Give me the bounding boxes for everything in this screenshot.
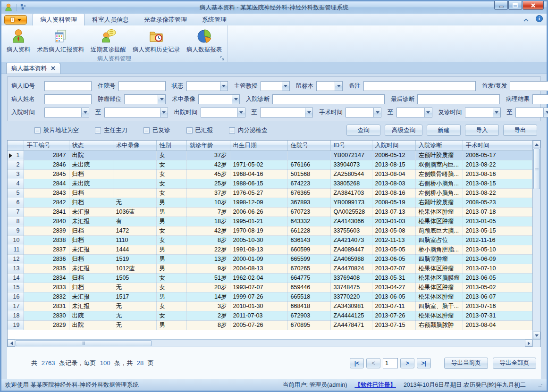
grid-cell[interactable]: ZA4065988 <box>330 254 372 264</box>
grid-cell[interactable]: 松果体区肿瘤 <box>415 264 463 273</box>
grid-cell[interactable]: 2013-07-11 <box>372 301 415 311</box>
grid-cell[interactable]: 2845 <box>24 169 69 179</box>
row-indicator[interactable]: 12 <box>8 254 24 264</box>
grid-cell[interactable]: 661228 <box>287 226 330 235</box>
row-indicator[interactable]: 10 <box>8 235 24 245</box>
grid-cell[interactable]: 未汇报 <box>69 217 113 226</box>
grid-cell[interactable]: 13岁 <box>186 254 230 264</box>
grid-cell[interactable]: 女 <box>156 226 186 235</box>
tumor-site-select[interactable] <box>124 94 166 104</box>
grid-cell[interactable]: 45岁 <box>186 169 230 179</box>
grid-cell[interactable]: 1505 <box>113 273 156 283</box>
grid-cell[interactable]: 2013-06-09 <box>463 254 532 264</box>
grid-cell[interactable]: 松果体区肿瘤 <box>415 311 463 320</box>
chevron-down-icon[interactable] <box>373 108 381 117</box>
grid-cell[interactable]: 女 <box>156 301 186 311</box>
column-header[interactable]: 术中录像 <box>113 141 156 150</box>
grid-cell[interactable]: 2841 <box>24 207 69 217</box>
grid-cell[interactable]: 2006-06-26 <box>230 207 287 217</box>
grid-cell[interactable]: 37岁 <box>186 150 230 160</box>
horizontal-scroll-thumb[interactable] <box>16 340 152 346</box>
final-diagnosis-input[interactable] <box>417 94 500 104</box>
grid-cell[interactable]: 8岁 <box>186 320 230 330</box>
grid-cell[interactable]: 2008-05-23 <box>463 198 532 207</box>
close-button[interactable] <box>523 1 544 10</box>
grid-cell[interactable]: ZA4478471 <box>330 320 372 330</box>
grid-cell[interactable]: 51岁 <box>186 273 230 283</box>
column-header[interactable]: 入院时间 <box>372 141 415 150</box>
grid-cell[interactable]: 2岁 <box>186 311 230 320</box>
row-indicator[interactable]: 5 <box>8 188 24 198</box>
chief-surgeon-checkbox-box[interactable] <box>95 127 101 133</box>
chevron-down-icon[interactable] <box>220 82 228 91</box>
grid-cell[interactable]: 2013-07-07 <box>372 264 415 273</box>
grid-cell[interactable]: ZA4214073 <box>330 235 372 245</box>
scroll-right-icon[interactable] <box>525 340 532 347</box>
grid-cell[interactable]: YB0099173 <box>330 198 372 207</box>
grid-cell[interactable]: 659446 <box>287 283 330 292</box>
grid-cell[interactable]: 四脑室、脑干... <box>415 301 463 311</box>
grid-cell[interactable]: 2837 <box>24 245 69 254</box>
grid-cell[interactable]: 有 <box>113 217 156 226</box>
chevron-down-icon[interactable] <box>160 108 168 117</box>
grid-cell[interactable]: 未汇报 <box>69 301 113 311</box>
discharge-date-from-select[interactable] <box>201 108 245 117</box>
grid-cell[interactable]: 出院 <box>69 150 113 160</box>
grid-cell[interactable]: 2846 <box>24 160 69 169</box>
grid-cell[interactable]: 2013-07-31 <box>463 311 532 320</box>
grid-cell[interactable]: 1036蓝 <box>113 207 156 217</box>
grid-cell[interactable]: 左额叶胶质瘤 <box>415 150 463 160</box>
export-all-pages-button[interactable]: 导出全部页 <box>493 358 537 369</box>
grid-cell[interactable]: 女 <box>156 188 186 198</box>
grid-cell[interactable]: 2013-08-03 <box>372 179 415 188</box>
row-indicator[interactable]: 7 <box>8 207 24 217</box>
grid-cell[interactable]: 660599 <box>287 245 330 254</box>
scroll-left-icon[interactable] <box>8 340 15 347</box>
grid-cell[interactable]: 2832 <box>24 292 69 301</box>
grid-cell[interactable]: 2013-01-03 <box>372 217 415 226</box>
grid-cell[interactable]: 2013-07-10 <box>463 264 532 273</box>
grid-cell[interactable] <box>113 188 156 198</box>
application-menu-button[interactable] <box>4 15 27 25</box>
vertical-scrollbar[interactable] <box>532 141 540 339</box>
row-indicator[interactable]: 9 <box>8 226 24 235</box>
reported-checkbox-box[interactable] <box>186 127 193 133</box>
grid-cell[interactable]: 18岁 <box>186 217 230 226</box>
grid-cell[interactable]: 双侧脑室内巨... <box>415 160 463 169</box>
grid-cell[interactable]: 男 <box>156 254 186 264</box>
grid-cell[interactable]: 2012-11-13 <box>372 235 415 245</box>
grid-cell[interactable]: 2013-05-15 <box>463 226 532 235</box>
grid-cell[interactable]: 2012-11-16 <box>463 235 532 245</box>
chevron-down-icon[interactable] <box>493 108 500 117</box>
grid-cell[interactable]: 1444 <box>113 245 156 254</box>
column-header[interactable]: 性别 <box>156 141 186 150</box>
grid-cell[interactable]: 2842 <box>24 198 69 207</box>
row-indicator[interactable]: 11 <box>8 245 24 254</box>
row-indicator[interactable]: 16 <box>8 292 24 301</box>
grid-cell[interactable]: 男 <box>156 264 186 273</box>
grid-cell[interactable]: 33805268 <box>330 179 372 188</box>
grid-cell[interactable]: 右额颞脑脓肿 <box>415 320 463 330</box>
row-indicator[interactable]: 18 <box>8 311 24 320</box>
grid-cell[interactable]: 672903 <box>287 311 330 320</box>
chief-surgeon-checkbox[interactable]: 主任主刀 <box>95 126 127 134</box>
grid-cell[interactable]: 2830 <box>24 311 69 320</box>
grid-cell[interactable]: 男 <box>156 320 186 330</box>
grid-cell[interactable]: 1993-07-07 <box>230 283 287 292</box>
row-indicator[interactable]: 1 <box>8 150 24 160</box>
column-header[interactable]: 手工编号 <box>24 141 69 150</box>
grid-cell[interactable]: 2013-06-05 <box>463 273 532 283</box>
grid-cell[interactable]: 1988-06-15 <box>230 179 287 188</box>
grid-cell[interactable] <box>113 150 156 160</box>
grid-cell[interactable]: 2013-08-04 <box>372 169 415 179</box>
grid-cell[interactable]: YB0072147 <box>330 150 372 160</box>
revisit-date-from-select[interactable] <box>465 108 501 117</box>
grid-cell[interactable]: 665599 <box>287 254 330 264</box>
grid-cell[interactable]: 男 <box>156 217 186 226</box>
grid-cell[interactable]: 2013-08-22 <box>463 188 532 198</box>
grid-cell[interactable]: 2013-06-05 <box>372 254 415 264</box>
grid-cell[interactable]: 22岁 <box>186 245 230 254</box>
grid-cell[interactable]: 归档 <box>69 198 113 207</box>
chevron-down-icon[interactable] <box>543 108 548 117</box>
grid-cell[interactable]: 2005-07-26 <box>230 320 287 330</box>
